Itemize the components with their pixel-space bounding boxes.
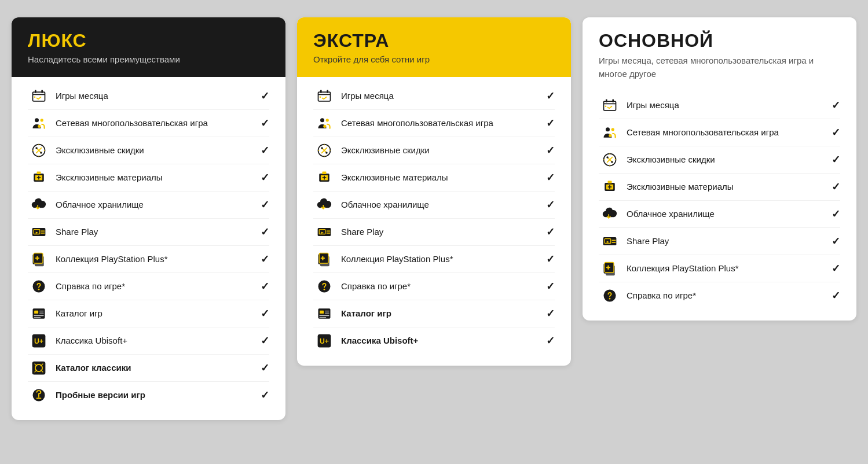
svg-rect-47: [318, 308, 331, 319]
feature-label: Справка по игре*: [56, 281, 256, 292]
feature-label: Коллекция PlayStation Plus*: [56, 253, 256, 265]
feature-check: ✓: [261, 144, 269, 157]
ubisoft-icon: U+: [313, 333, 335, 349]
feature-check: ✓: [546, 307, 555, 320]
feature-label: Каталог игр: [341, 308, 541, 319]
svg-text:U+: U+: [34, 337, 43, 345]
svg-rect-28: [320, 90, 322, 93]
feature-check: ✓: [832, 126, 840, 139]
svg-point-59: [606, 156, 609, 159]
games-month-icon: [599, 97, 621, 113]
feature-label: Пробные версии игр: [56, 389, 256, 401]
card-extra: ЭКСТРАОткройте для себя сотни игр Игры м…: [297, 17, 571, 366]
list-item: Каталог классики✓: [28, 355, 269, 382]
games-month-icon: [313, 88, 335, 104]
feature-check: ✓: [546, 198, 555, 211]
svg-rect-21: [34, 311, 38, 314]
feature-check: ✓: [546, 280, 555, 293]
feature-check: ✓: [261, 117, 269, 130]
list-item: Share Play✓: [28, 219, 269, 246]
svg-rect-39: [323, 172, 327, 174]
feature-check: ✓: [261, 226, 269, 238]
svg-point-19: [38, 289, 40, 290]
list-item: Справка по игре*✓: [313, 273, 555, 300]
hint-icon: [28, 278, 50, 294]
feature-check: ✓: [261, 171, 269, 184]
svg-point-6: [38, 125, 41, 128]
classics-icon: [28, 360, 50, 376]
feature-check: ✓: [832, 153, 840, 166]
card-body-basic: Игры месяца✓ Сетевая многопользовательск…: [583, 86, 856, 321]
feature-label: Классика Ubisoft+: [341, 335, 541, 347]
svg-point-56: [611, 128, 614, 131]
list-item: U+ Классика Ubisoft+✓: [28, 327, 269, 355]
svg-point-5: [41, 119, 43, 121]
card-body-extra: Игры месяца✓ Сетевая многопользовательск…: [297, 77, 571, 366]
feature-label: Игры месяца: [56, 90, 256, 102]
list-item: Коллекция PlayStation Plus*✓: [599, 255, 840, 282]
discount-icon: [599, 152, 621, 168]
card-subtitle-basic: Игры месяца, сетевая многопользовательск…: [599, 54, 840, 80]
feature-label: Каталог классики: [56, 362, 256, 374]
list-item: Share Play✓: [313, 219, 555, 246]
catalog-icon: [28, 305, 50, 322]
discount-icon: [313, 142, 335, 159]
svg-rect-24: [32, 362, 46, 375]
feature-label: Справка по игре*: [627, 290, 827, 301]
svg-rect-20: [33, 308, 45, 319]
discount-icon: [28, 142, 50, 159]
hint-icon: [313, 278, 335, 294]
feature-label: Share Play: [627, 235, 827, 247]
materials-icon: [28, 170, 50, 186]
feature-check: ✓: [546, 171, 555, 184]
list-item: Игры месяца✓: [28, 83, 269, 110]
svg-point-31: [320, 118, 324, 122]
feature-label: Коллекция PlayStation Plus*: [627, 263, 827, 274]
svg-point-30: [320, 96, 321, 98]
trial-icon: [28, 387, 50, 403]
card-basic: ОСНОВНОЙИгры месяца, сетевая многопользо…: [583, 17, 856, 321]
svg-point-36: [325, 152, 328, 154]
psplus-icon: [313, 251, 335, 267]
svg-point-32: [326, 119, 329, 121]
list-item: U+ Классика Ubisoft+✓: [313, 327, 555, 354]
list-item: Справка по игре*✓: [28, 273, 269, 300]
feature-check: ✓: [261, 280, 269, 293]
svg-rect-53: [612, 100, 614, 102]
feature-check: ✓: [832, 99, 840, 112]
svg-rect-1: [35, 90, 36, 93]
list-item: Эксклюзивные скидки✓: [28, 137, 269, 164]
feature-check: ✓: [546, 144, 555, 157]
cloud-icon: [28, 197, 50, 213]
feature-check: ✓: [546, 90, 555, 102]
feature-check: ✓: [261, 389, 269, 402]
feature-check: ✓: [261, 362, 269, 374]
cloud-icon: [599, 206, 621, 222]
feature-label: Облачное хранилище: [56, 199, 256, 211]
svg-point-9: [40, 152, 42, 154]
feature-check: ✓: [832, 181, 840, 193]
feature-check: ✓: [546, 334, 555, 347]
list-item: Каталог игр✓: [28, 300, 269, 327]
list-item: Коллекция PlayStation Plus*✓: [28, 246, 269, 273]
feature-label: Классика Ubisoft+: [56, 335, 256, 347]
feature-label: Эксклюзивные скидки: [341, 145, 541, 156]
feature-label: Эксклюзивные материалы: [56, 172, 256, 183]
feature-label: Каталог игр: [56, 308, 256, 319]
shareplay-icon: [313, 224, 335, 240]
list-item: Эксклюзивные материалы✓: [313, 164, 555, 192]
svg-point-57: [609, 134, 611, 137]
list-item: Облачное хранилище✓: [28, 192, 269, 219]
psplus-icon: [599, 260, 621, 277]
list-item: Эксклюзивные скидки✓: [313, 137, 555, 164]
list-item: Игры месяца✓: [313, 83, 555, 110]
list-item: Сетевая многопользовательская игра✓: [599, 119, 840, 146]
card-title-basic: ОСНОВНОЙ: [599, 30, 840, 51]
card-body-luxe: Игры месяца✓ Сетевая многопользовательск…: [12, 77, 285, 420]
svg-point-35: [321, 147, 323, 149]
list-item: Сетевая многопользовательская игра✓: [313, 110, 555, 137]
feature-label: Справка по игре*: [341, 281, 541, 292]
list-item: Коллекция PlayStation Plus*✓: [313, 246, 555, 273]
list-item: Сетевая многопользовательская игра✓: [28, 110, 269, 137]
feature-check: ✓: [261, 198, 269, 211]
